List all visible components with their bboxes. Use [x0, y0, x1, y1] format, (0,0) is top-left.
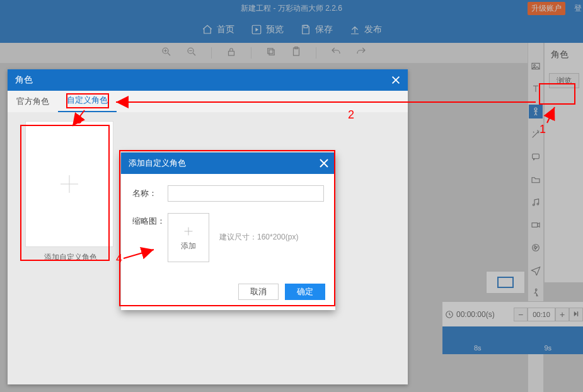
tab-custom-roles[interactable]: 自定义角色 [58, 89, 117, 112]
ok-button[interactable]: 确定 [285, 284, 325, 300]
modal-title: 添加自定义角色 [129, 158, 186, 169]
add-custom-role-label: 添加自定义角色 [26, 252, 115, 263]
close-icon [318, 157, 330, 170]
roles-panel: 角色 官方角色 自定义角色 添加自定义角色 添加自定义角色 名称： [8, 69, 408, 384]
thumbnail-add-label: 添加 [181, 241, 196, 251]
modal-body: 名称： 缩略图： 添加 建议尺寸：160*200(px) [121, 174, 335, 277]
plus-icon [182, 224, 195, 238]
thumbnail-size-hint: 建议尺寸：160*200(px) [219, 232, 298, 243]
name-input[interactable] [168, 185, 324, 202]
tab-official-roles[interactable]: 官方角色 [8, 91, 58, 112]
add-custom-role-card[interactable] [25, 121, 113, 247]
modal-header: 添加自定义角色 [121, 153, 335, 174]
modal-close-button[interactable] [318, 157, 330, 170]
plus-icon [57, 171, 82, 197]
cancel-button[interactable]: 取消 [238, 284, 279, 300]
close-icon [390, 74, 401, 86]
name-label: 名称： [132, 185, 168, 199]
modal-footer: 取消 确定 [121, 277, 335, 310]
add-custom-role-modal: 添加自定义角色 名称： 缩略图： 添加 建议尺寸：160*200(p [121, 153, 335, 310]
roles-tabs: 官方角色 自定义角色 [8, 91, 408, 112]
roles-panel-title: 角色 [15, 74, 33, 86]
roles-panel-close-button[interactable] [390, 74, 401, 86]
roles-panel-header: 角色 [8, 69, 408, 91]
thumbnail-label: 缩略图： [132, 213, 168, 227]
thumbnail-add-button[interactable]: 添加 [168, 213, 209, 262]
roles-panel-body: 添加自定义角色 添加自定义角色 名称： 缩略图： [8, 112, 408, 384]
